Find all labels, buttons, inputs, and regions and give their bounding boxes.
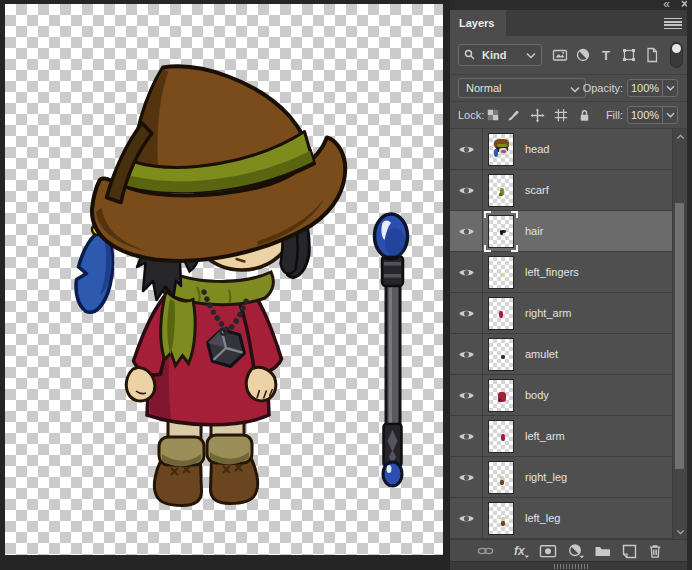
adjustment-layer-filter-icon[interactable] (573, 45, 593, 65)
layer-thumbnail[interactable] (488, 420, 514, 453)
layer-thumbnail[interactable] (488, 256, 514, 289)
link-layers-icon[interactable] (476, 543, 494, 559)
fill-field[interactable]: 100% (627, 106, 678, 124)
eye-icon (458, 431, 475, 442)
opacity-value: 100% (628, 80, 662, 96)
eye-icon (458, 513, 475, 524)
fill-value: 100% (628, 107, 662, 123)
layer-visibility-toggle[interactable] (450, 334, 483, 374)
layer-name: right_leg (525, 471, 567, 483)
type-layer-filter-icon[interactable]: T (596, 45, 616, 65)
layer-thumbnail-image (488, 502, 514, 535)
layer-list: head scarf hair (450, 129, 692, 539)
layer-visibility-toggle[interactable] (450, 416, 483, 456)
layer-visibility-toggle[interactable] (450, 293, 483, 333)
layer-name: scarf (525, 184, 549, 196)
filter-kind-dropdown[interactable]: Kind (458, 44, 542, 66)
layer-name: hair (525, 225, 543, 237)
staff-art (375, 214, 408, 486)
svg-text:T: T (602, 48, 610, 63)
layer-thumbnail[interactable] (488, 174, 514, 207)
thumbnail-selection-bracket (511, 211, 518, 218)
layer-name: left_arm (525, 430, 565, 442)
filter-row: Kind T (450, 36, 692, 75)
canvas-area[interactable] (0, 0, 450, 570)
scrollbar-thumb[interactable] (675, 203, 684, 469)
tab-layers[interactable]: Layers (450, 10, 506, 36)
layer-thumbnail[interactable] (488, 379, 514, 412)
layer-row[interactable]: amulet (450, 334, 672, 375)
layer-thumbnail[interactable] (488, 502, 514, 535)
layers-panel: « × Layers Kind (450, 0, 692, 570)
new-layer-icon[interactable] (620, 543, 638, 559)
tab-layers-label: Layers (459, 17, 494, 29)
layer-row[interactable]: right_leg (450, 457, 672, 498)
layer-thumbnail[interactable] (488, 215, 514, 248)
pixel-layer-filter-icon[interactable] (550, 45, 570, 65)
smart-object-filter-icon[interactable] (642, 45, 662, 65)
lock-row: Lock: (450, 102, 692, 129)
window-right-edge (687, 0, 692, 570)
opacity-field[interactable]: 100% (627, 79, 678, 97)
layer-mask-icon[interactable] (539, 543, 557, 559)
adjustment-layer-icon[interactable] (567, 543, 585, 559)
layer-thumbnail-image (488, 297, 514, 330)
scroll-down-icon[interactable] (673, 526, 687, 537)
eye-icon (458, 308, 475, 319)
delete-layer-trash-icon[interactable] (646, 543, 664, 559)
opacity-dropdown-icon[interactable] (662, 80, 677, 96)
layer-visibility-toggle[interactable] (450, 129, 483, 169)
layer-name: left_leg (525, 512, 560, 524)
layer-thumbnail-image (488, 461, 514, 494)
layer-thumbnail[interactable] (488, 297, 514, 330)
character-artwork (5, 4, 443, 555)
layer-thumbnail-image (488, 379, 514, 412)
layer-thumbnail[interactable] (488, 338, 514, 371)
layer-row[interactable]: left_arm (450, 416, 672, 457)
layer-thumbnail[interactable] (488, 461, 514, 494)
layer-visibility-toggle[interactable] (450, 375, 483, 415)
layer-row[interactable]: hair (450, 211, 672, 252)
eye-icon (458, 267, 475, 278)
layer-thumbnail[interactable] (488, 133, 514, 166)
thumbnail-selection-bracket (511, 245, 518, 252)
layer-name: body (525, 389, 549, 401)
layer-thumbnail-image (488, 174, 514, 207)
panel-menu-icon[interactable] (664, 18, 682, 29)
layer-style-fx-icon[interactable]: fx (512, 543, 530, 559)
layer-visibility-toggle[interactable] (450, 252, 483, 292)
layer-row[interactable]: scarf (450, 170, 672, 211)
lock-transparency-icon[interactable] (485, 107, 501, 123)
layers-toolbar: fx (450, 539, 692, 561)
panel-topbar: « × (450, 0, 692, 10)
layer-visibility-toggle[interactable] (450, 211, 483, 251)
layer-visibility-toggle[interactable] (450, 457, 483, 497)
layer-row[interactable]: body (450, 375, 672, 416)
boot-cuffs-art (159, 435, 252, 466)
layer-row[interactable]: head (450, 129, 672, 170)
layer-visibility-toggle[interactable] (450, 170, 483, 210)
layer-list-scrollbar[interactable] (672, 129, 687, 539)
new-group-folder-icon[interactable] (593, 543, 611, 559)
eye-icon (458, 144, 475, 155)
layer-row[interactable]: right_arm (450, 293, 672, 334)
scroll-up-icon[interactable] (673, 131, 687, 142)
grip-handle-icon (554, 564, 588, 569)
filter-toggle-switch[interactable] (670, 42, 683, 68)
photoshop-window: « × Layers Kind (0, 0, 692, 570)
opacity-label: Opacity: (510, 75, 623, 101)
fill-label: Fill: (510, 102, 623, 128)
thumbnail-selection-bracket (484, 245, 491, 252)
layer-thumbnail-image (488, 133, 514, 166)
filter-toggle-knob (672, 44, 681, 53)
layer-thumbnail-image (488, 215, 514, 248)
search-icon (464, 49, 476, 61)
shape-layer-filter-icon[interactable] (619, 45, 639, 65)
layer-visibility-toggle[interactable] (450, 498, 483, 538)
layer-row[interactable]: left_leg (450, 498, 672, 539)
fill-dropdown-icon[interactable] (662, 107, 677, 123)
layer-thumbnail-image (488, 420, 514, 453)
layer-row[interactable]: left_fingers (450, 252, 672, 293)
panel-resize-grip[interactable] (450, 561, 692, 570)
collapse-panel-icon[interactable]: « (663, 0, 670, 10)
